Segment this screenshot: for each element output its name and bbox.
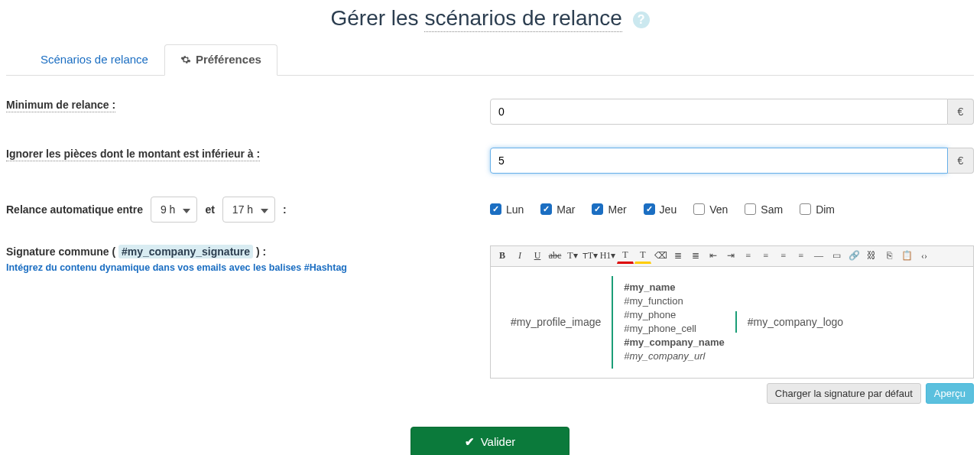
day-label: Mar	[557, 203, 575, 216]
checkbox-icon	[800, 203, 811, 215]
checkbox-icon: ✓	[540, 203, 552, 215]
link-icon[interactable]: 🔗	[845, 248, 862, 265]
chevron-down-icon	[261, 203, 268, 216]
submit-button[interactable]: ✔ Valider	[410, 427, 570, 455]
days-checks: ✓Lun✓Mar✓Mer✓JeuVenSamDim	[490, 203, 835, 216]
ignore-below-input[interactable]	[490, 148, 948, 174]
outdent-icon[interactable]: ⇤	[705, 248, 722, 265]
signature-line: #my_company_name	[624, 336, 725, 349]
font-size-icon[interactable]: T▾	[564, 248, 581, 265]
hashtag-help-link[interactable]: Intégrez du contenu dynamique dans vos e…	[6, 262, 475, 273]
chevron-down-icon	[183, 203, 190, 216]
editor-body[interactable]: #my_profile_image #my_name#my_function#m…	[491, 267, 973, 378]
page-title-dotted: scénarios de relance	[424, 6, 621, 32]
signature-hashtag: #my_company_signature	[118, 245, 253, 258]
day-check-lun[interactable]: ✓Lun	[490, 203, 524, 216]
unlink-icon[interactable]: ⛓	[863, 248, 880, 265]
day-label: Sam	[761, 203, 783, 216]
tabs: Scénarios de relance Préférences	[6, 44, 974, 76]
bold-icon[interactable]: B	[494, 248, 511, 265]
checkbox-icon: ✓	[592, 203, 603, 215]
tab-preferences-label: Préférences	[196, 53, 261, 66]
day-check-dim[interactable]: Dim	[800, 203, 835, 216]
day-label: Dim	[816, 203, 835, 216]
day-check-jeu[interactable]: ✓Jeu	[644, 203, 677, 216]
day-check-mar[interactable]: ✓Mar	[540, 203, 575, 216]
checkbox-icon	[745, 203, 756, 215]
underline-icon[interactable]: U	[529, 248, 546, 265]
clear-format-icon[interactable]: ⌫	[652, 248, 669, 265]
heading-icon[interactable]: H1▾	[599, 248, 616, 265]
check-icon: ✔	[465, 435, 475, 449]
page-title-plain: Gérer les	[330, 6, 424, 30]
rich-text-editor: BIUabcT▾ᴛT▾H1▾TT⌫≣≣⇤⇥≡≡≡≡—▭🔗⛓⎘📋‹› #my_pr…	[490, 245, 974, 379]
highlight-icon[interactable]: T	[634, 249, 651, 264]
font-size2-icon[interactable]: ᴛT▾	[582, 248, 599, 265]
day-label: Lun	[506, 203, 524, 216]
min-relance-input[interactable]	[490, 99, 948, 125]
indent-icon[interactable]: ⇥	[722, 248, 739, 265]
page-title: Gérer les scénarios de relance ?	[6, 6, 974, 31]
checkbox-icon: ✓	[490, 203, 501, 215]
label-ignore-below: Ignorer les pièces dont le montant est i…	[6, 148, 260, 161]
signature-line: #my_phone	[624, 308, 725, 322]
copy-icon[interactable]: ⎘	[881, 248, 897, 265]
paste-icon[interactable]: 📋	[898, 248, 915, 265]
help-icon[interactable]: ?	[633, 11, 650, 28]
tab-scenarios[interactable]: Scénarios de relance	[24, 44, 164, 76]
day-check-mer[interactable]: ✓Mer	[592, 203, 626, 216]
label-colon: :	[283, 203, 287, 216]
editor-toolbar: BIUabcT▾ᴛT▾H1▾TT⌫≣≣⇤⇥≡≡≡≡—▭🔗⛓⎘📋‹›	[491, 246, 973, 267]
hour-from-value: 9 h	[161, 203, 175, 216]
submit-label: Valider	[481, 435, 516, 448]
hour-from-select[interactable]: 9 h	[151, 197, 197, 223]
signature-profile-image-cell: #my_profile_image	[500, 311, 612, 333]
label-signature: Signature commune ( #my_company_signatur…	[6, 245, 266, 258]
italic-icon[interactable]: I	[511, 248, 528, 265]
day-check-ven[interactable]: Ven	[693, 203, 728, 216]
day-check-sam[interactable]: Sam	[745, 203, 783, 216]
signature-line: #my_company_url	[624, 349, 725, 363]
hour-to-select[interactable]: 17 h	[222, 197, 275, 223]
align-center-icon[interactable]: ≡	[758, 248, 774, 265]
hr-icon[interactable]: —	[810, 248, 827, 265]
day-label: Jeu	[660, 203, 677, 216]
image-icon[interactable]: ▭	[828, 248, 845, 265]
signature-line: #my_phone_cell	[624, 322, 725, 336]
currency-addon: €	[948, 99, 974, 125]
list-ul-icon[interactable]: ≣	[670, 248, 686, 265]
label-and: et	[205, 203, 214, 216]
checkbox-icon: ✓	[644, 203, 655, 215]
gear-icon	[180, 54, 191, 67]
align-justify-icon[interactable]: ≡	[793, 248, 810, 265]
align-right-icon[interactable]: ≡	[775, 248, 792, 265]
checkbox-icon	[693, 203, 705, 215]
signature-suffix: ) :	[253, 245, 266, 258]
load-default-signature-button[interactable]: Charger la signature par défaut	[767, 383, 921, 404]
signature-prefix: Signature commune (	[6, 245, 118, 258]
signature-line: #my_function	[624, 294, 725, 308]
preview-button[interactable]: Aperçu	[926, 383, 974, 404]
currency-addon-2: €	[948, 148, 974, 174]
day-label: Ven	[709, 203, 728, 216]
signature-line: #my_name	[624, 281, 725, 294]
label-auto-relance: Relance automatique entre	[6, 203, 143, 216]
hour-to-value: 17 h	[232, 203, 253, 216]
strike-icon[interactable]: abc	[547, 248, 563, 265]
font-color-icon[interactable]: T	[617, 249, 634, 264]
label-min-relance: Minimum de relance :	[6, 99, 115, 112]
align-left-icon[interactable]: ≡	[740, 248, 757, 265]
source-icon[interactable]: ‹›	[916, 248, 933, 265]
signature-logo-cell: #my_company_logo	[735, 311, 854, 333]
day-label: Mer	[608, 203, 626, 216]
signature-info-cell: #my_name#my_function#my_phone#my_phone_c…	[612, 276, 735, 369]
list-ol-icon[interactable]: ≣	[687, 248, 704, 265]
tab-preferences[interactable]: Préférences	[164, 44, 277, 76]
